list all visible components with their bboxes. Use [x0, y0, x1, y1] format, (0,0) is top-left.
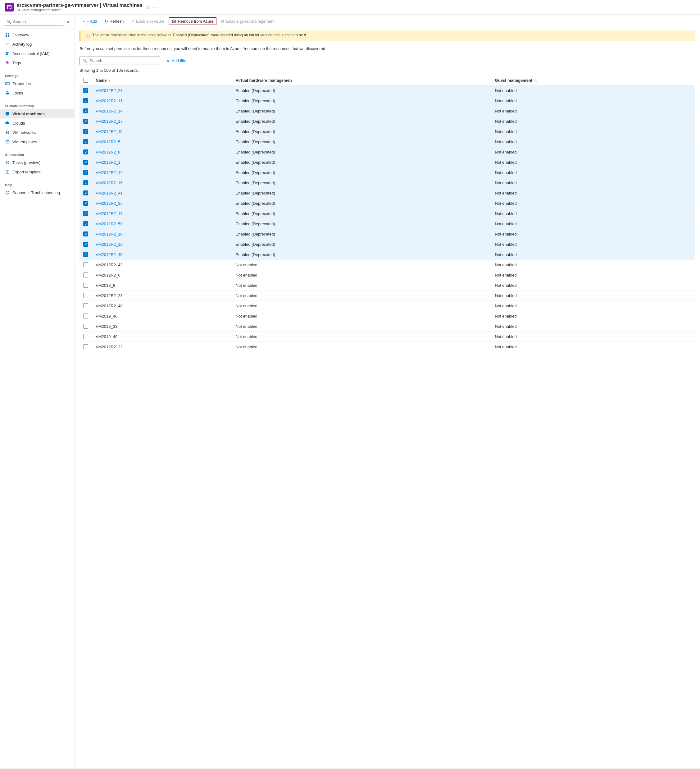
table-row: VM2012R2_17Enabled (Deprecated)Not enabl… — [80, 116, 695, 127]
sidebar-item-export-template[interactable]: Export template — [0, 167, 74, 177]
vm-name-link[interactable]: VM2012R2_15 — [96, 129, 123, 134]
row-checkbox[interactable] — [83, 150, 88, 154]
header-name[interactable]: Name ↑↓ — [92, 75, 232, 85]
row-name: VM2012R2_16 — [92, 178, 232, 188]
row-checkbox[interactable] — [83, 252, 88, 257]
row-checkbox-cell — [80, 291, 92, 301]
row-checkbox[interactable] — [83, 170, 88, 175]
table-row: VM2012R2_14Enabled (Deprecated)Not enabl… — [80, 106, 695, 116]
favorite-star-icon[interactable]: ☆ — [145, 4, 150, 10]
row-checkbox[interactable] — [83, 324, 88, 329]
filter-search-input[interactable] — [90, 58, 139, 63]
tasks-icon — [5, 160, 10, 165]
svg-point-12 — [8, 52, 9, 53]
row-checkbox[interactable] — [83, 334, 88, 339]
row-checkbox[interactable] — [83, 344, 88, 349]
row-checkbox[interactable] — [83, 160, 88, 165]
sidebar-search-box[interactable]: 🔍 — [4, 18, 64, 26]
row-checkbox-cell — [80, 137, 92, 147]
table-row: VM2019_46Not enabledNot enabled — [80, 311, 695, 321]
sidebar-item-activity-log[interactable]: Activity log — [0, 39, 74, 49]
header-guest[interactable]: Guest management ↑↓ — [491, 75, 695, 85]
row-checkbox[interactable] — [83, 314, 88, 319]
filter-search-box[interactable]: 🔍 — [80, 56, 160, 65]
header-checkbox[interactable] — [83, 78, 88, 83]
sidebar-item-clouds[interactable]: Clouds — [0, 118, 74, 128]
vm-name-link[interactable]: VM2012R2_5 — [96, 140, 120, 144]
svg-rect-9 — [6, 44, 8, 44]
sidebar-item-access-control[interactable]: Access control (IAM) — [0, 49, 74, 58]
sidebar-item-vm-networks-label: VM networks — [13, 130, 36, 135]
row-checkbox[interactable] — [83, 201, 88, 206]
svg-rect-6 — [6, 35, 7, 37]
row-checkbox[interactable] — [83, 98, 88, 103]
vm-name-link[interactable]: VM2012R2_12 — [96, 170, 123, 175]
row-checkbox[interactable] — [83, 232, 88, 236]
sidebar-divider-4 — [0, 178, 74, 178]
row-checkbox[interactable] — [83, 293, 88, 298]
row-guest: Not enabled — [491, 229, 695, 239]
banner-text: The virtual machines listed in the table… — [92, 33, 306, 37]
row-checkbox[interactable] — [83, 283, 88, 288]
sidebar-item-overview[interactable]: Overview — [0, 30, 74, 39]
sidebar: 🔍 « Overview Activity log — [0, 14, 74, 768]
sidebar-item-vm-templates[interactable]: VM templates — [0, 137, 74, 146]
vm-name-link[interactable]: VM2012R2_35 — [96, 201, 123, 206]
vm-name-link[interactable]: VM2012R2_16 — [96, 180, 123, 185]
refresh-button[interactable]: ↻ Refresh — [101, 18, 127, 25]
enable-azure-button[interactable]: ✓ Enable in Azure — [128, 18, 167, 25]
row-checkbox[interactable] — [83, 108, 88, 113]
sidebar-search-input[interactable] — [13, 19, 61, 24]
vm-name-link[interactable]: VM2012R2_45 — [96, 252, 123, 257]
sidebar-divider-3 — [0, 148, 74, 148]
row-checkbox[interactable] — [83, 262, 88, 267]
vm-name-link[interactable]: VM2012R2_8 — [96, 150, 120, 154]
row-name: VM2012R2_35 — [92, 198, 232, 209]
row-checkbox[interactable] — [83, 211, 88, 216]
sidebar-item-vm-networks[interactable]: VM networks — [0, 128, 74, 137]
row-hardware: Enabled (Deprecated) — [232, 219, 491, 229]
help-section-header: Help — [0, 179, 74, 188]
row-checkbox[interactable] — [83, 272, 88, 277]
vm-name-link[interactable]: VM2012R2_17 — [96, 119, 123, 124]
row-checkbox[interactable] — [83, 303, 88, 308]
info-banner: ⓘ The virtual machines listed in the tab… — [80, 31, 695, 41]
row-checkbox[interactable] — [83, 190, 88, 195]
vm-name-link[interactable]: VM2012R2_50 — [96, 222, 123, 226]
row-checkbox-cell — [80, 270, 92, 280]
sidebar-item-tasks[interactable]: Tasks (preview) — [0, 158, 74, 167]
vm-name-link[interactable]: VM2012R2_14 — [96, 109, 123, 113]
row-checkbox-cell — [80, 321, 92, 331]
sidebar-item-locks[interactable]: Locks — [0, 88, 74, 98]
add-button[interactable]: + + Add — [80, 17, 100, 25]
enable-guest-button[interactable]: ⚙ Enable guest management — [218, 18, 277, 25]
vm-name-link[interactable]: VM2012R2_11 — [96, 98, 123, 103]
sidebar-item-properties[interactable]: Properties — [0, 79, 74, 88]
vm-name-link[interactable]: VM2012R2_1 — [96, 160, 120, 165]
vm-name-link[interactable]: VM2012R2_18 — [96, 242, 123, 247]
sidebar-item-support[interactable]: ? Support + Troubleshooting — [0, 188, 74, 197]
row-hardware: Enabled (Deprecated) — [232, 167, 491, 178]
row-name: VM2012R2_6 — [92, 270, 232, 280]
add-filter-button[interactable]: Add filter — [163, 56, 191, 65]
more-options-icon[interactable]: ··· — [153, 4, 157, 10]
sidebar-collapse-button[interactable]: « — [65, 18, 71, 25]
row-checkbox[interactable] — [83, 242, 88, 247]
vm-table: Name ↑↓ Virtual hardware managemen Guest… — [80, 75, 695, 352]
row-checkbox[interactable] — [83, 129, 88, 134]
row-checkbox[interactable] — [83, 139, 88, 144]
row-checkbox[interactable] — [83, 88, 88, 93]
remove-from-azure-button[interactable]: Remove from Azure — [169, 17, 217, 25]
vm-name-link[interactable]: VM2012R2_10 — [96, 232, 123, 236]
row-checkbox[interactable] — [83, 221, 88, 226]
row-guest: Not enabled — [491, 260, 695, 270]
sidebar-item-tags[interactable]: Tags — [0, 58, 74, 68]
vm-name-link[interactable]: VM2012R2_27 — [96, 88, 123, 93]
row-checkbox[interactable] — [83, 180, 88, 185]
enable-icon: ✓ — [131, 19, 135, 24]
row-name: VM2012R2_8 — [92, 147, 232, 157]
vm-name-link[interactable]: VM2012R2_41 — [96, 191, 123, 195]
vm-name-link[interactable]: VM2012R2_13 — [96, 211, 123, 216]
sidebar-item-virtual-machines[interactable]: Virtual machines — [0, 109, 74, 118]
row-checkbox[interactable] — [83, 119, 88, 124]
